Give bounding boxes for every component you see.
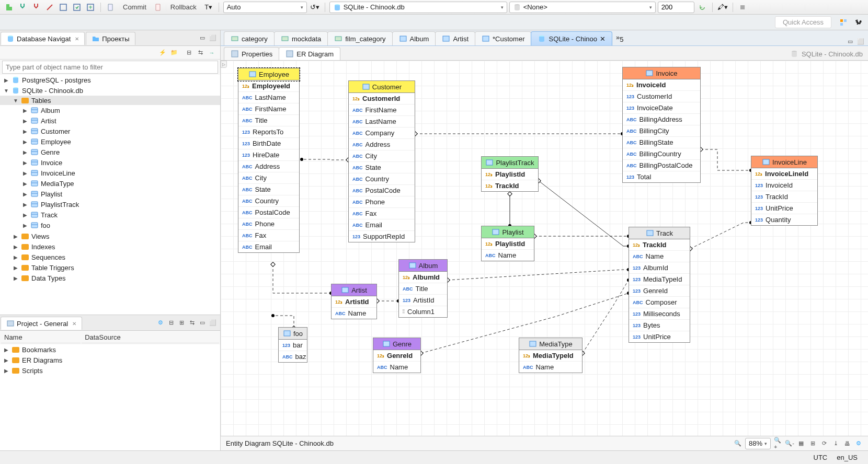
entity-column[interactable]: ABCBillingState [623, 137, 700, 148]
dbeaver-perspective-icon[interactable]: 🐿 [852, 17, 864, 28]
entity-header[interactable]: foo [279, 328, 307, 340]
tree-node[interactable]: ▶Album [0, 106, 220, 115]
tree-node[interactable]: ▶Invoice [0, 158, 220, 167]
entity-column[interactable]: ABCName [629, 251, 690, 262]
entity-header[interactable]: Invoice [623, 67, 700, 79]
entity-column[interactable]: 12₃MediaTypeId [519, 350, 582, 362]
locale-indicator[interactable]: en_US [837, 454, 858, 461]
tree-node[interactable]: ▶foo [0, 221, 220, 230]
entity-artist[interactable]: Artist12₃ArtistIdABCName [331, 284, 377, 319]
collapse-icon[interactable]: ⊟ [185, 49, 193, 57]
refresh-icon[interactable]: ⟳ [820, 439, 828, 448]
tree-node[interactable]: ▶Playlist [0, 189, 220, 199]
entity-column[interactable]: ABCFirstName [349, 105, 415, 116]
entity-invoice[interactable]: Invoice12₃InvoiceId123CustomerId123Invoi… [622, 67, 701, 183]
maximize-icon[interactable]: ⬜ [856, 37, 865, 45]
minimize-icon[interactable]: ▭ [198, 34, 207, 42]
caret-icon[interactable]: ▶ [22, 223, 28, 228]
entity-column[interactable]: ABCPhone [238, 218, 299, 230]
entity-header[interactable]: Customer [349, 81, 415, 93]
column-datasource[interactable]: DataSource [82, 332, 219, 343]
entity-column[interactable]: ABCCity [238, 172, 299, 184]
tab-project[interactable]: Project - General ✕ [1, 317, 82, 330]
entity-column[interactable]: 123Quantity [751, 214, 817, 225]
close-icon[interactable]: ✕ [72, 321, 76, 327]
entity-column[interactable]: 123Bytes [629, 320, 690, 331]
tree-node[interactable]: ▶PlaylistTrack [0, 200, 220, 209]
entity-header[interactable]: Track [629, 227, 690, 239]
tree-node[interactable]: ▶ER Diagrams [0, 355, 220, 365]
entity-column[interactable]: 123AlbumId [629, 262, 690, 274]
caret-icon[interactable]: ▶ [22, 191, 28, 197]
arrow-icon[interactable]: → [208, 49, 216, 57]
caret-icon[interactable]: ▶ [13, 234, 19, 239]
navigator-tree[interactable]: ▶PostgreSQL - postgres▼SQLite - Chinook.… [0, 75, 220, 315]
entity-header[interactable]: Artist [332, 284, 376, 296]
entity-column[interactable]: 123bar [279, 340, 307, 351]
sql-editor-icon[interactable] [58, 2, 69, 13]
maximize-icon[interactable]: ⬜ [209, 319, 217, 327]
entity-column[interactable]: ABCFax [349, 208, 415, 219]
print-icon[interactable]: 🖶 [843, 439, 851, 448]
caret-icon[interactable]: ▶ [3, 368, 9, 374]
editor-tab[interactable]: category [224, 31, 275, 45]
entity-column[interactable]: ABCPhone [349, 196, 415, 208]
entity-foo[interactable]: foo123barABCbaz [278, 327, 307, 363]
entity-column[interactable]: ABCName [373, 362, 420, 373]
link-icon[interactable]: ⇆ [188, 319, 196, 327]
entity-column[interactable]: ABCLastName [238, 92, 299, 103]
entity-column[interactable]: ABCPostalCode [238, 207, 299, 218]
entity-column[interactable]: 123ReportsTo [238, 126, 299, 138]
caret-icon[interactable]: ▼ [13, 98, 19, 103]
row-limit-input[interactable] [658, 2, 694, 13]
entity-column[interactable]: ABCCountry [349, 173, 415, 185]
caret-icon[interactable]: ▶ [3, 347, 9, 353]
entity-column[interactable]: ABCState [238, 184, 299, 195]
entity-header[interactable]: Genre [373, 338, 420, 350]
tree-node[interactable]: ▶Table Triggers [0, 263, 220, 272]
entity-column[interactable]: ABCName [482, 250, 534, 261]
entity-header[interactable]: InvoiceLine [751, 156, 817, 168]
zoom-in-icon[interactable]: 🔍+ [774, 439, 782, 448]
plug-connect-icon[interactable] [17, 2, 28, 13]
commit-label[interactable]: Commit [119, 2, 151, 12]
entity-header[interactable]: Employee [238, 68, 299, 80]
tab-projects[interactable]: Проекты [86, 32, 135, 45]
entity-column[interactable]: ABCCompany [349, 127, 415, 139]
entity-column[interactable]: ABCBillingCity [623, 125, 700, 137]
entity-header[interactable]: Playlist [482, 226, 534, 238]
entity-playlist[interactable]: Playlist12₃PlaylistIdABCName [481, 226, 534, 261]
caret-icon[interactable]: ▶ [22, 181, 28, 187]
entity-column[interactable]: 123ArtistId [399, 295, 447, 306]
tree-node[interactable]: ▶Scripts [0, 366, 220, 375]
entity-album[interactable]: Album12₃AlbumIdABCTitle123ArtistId⦙⦙Colu… [398, 259, 448, 318]
caret-icon[interactable]: ▶ [22, 139, 28, 145]
subtab-properties[interactable]: Properties [224, 47, 279, 60]
commit-icon[interactable] [105, 2, 117, 13]
tree-node[interactable]: ▶Employee [0, 137, 220, 146]
quick-access-button[interactable]: Quick Access [775, 16, 831, 28]
caret-icon[interactable]: ▶ [3, 357, 9, 363]
entity-column[interactable]: ABCName [332, 308, 376, 319]
entity-column[interactable]: 12₃PlaylistId [482, 238, 534, 250]
er-diagram-canvas[interactable]: ▷ Employee12₃EmployeeIdABCLastNameABCFir… [221, 61, 868, 436]
tree-node[interactable]: ▶Data Types [0, 273, 220, 283]
caret-icon[interactable]: ▶ [22, 212, 28, 218]
entity-track[interactable]: Track12₃TrackIdABCName123AlbumId123Media… [629, 227, 690, 343]
entity-column[interactable]: 12₃EmployeeId [238, 80, 299, 92]
entity-column[interactable]: 123InvoiceId [751, 180, 817, 191]
entity-column[interactable]: 123UnitPrice [751, 203, 817, 214]
breadcrumb[interactable]: SQLite - Chinook.db [802, 50, 863, 58]
plug-icon[interactable]: ⚡ [158, 49, 167, 57]
add-icon[interactable]: ⊞ [177, 319, 186, 327]
tree-node[interactable]: ▶Views [0, 231, 220, 241]
entity-column[interactable]: 123InvoiceDate [623, 102, 700, 114]
entity-column[interactable]: 12₃AlbumId [399, 272, 447, 283]
connection-combo[interactable]: SQLite - Chinook.db▾ [329, 2, 507, 13]
editor-tab[interactable]: *Customer [475, 31, 531, 45]
schema-combo[interactable]: <None>▾ [509, 2, 656, 13]
entity-header[interactable]: MediaType [519, 338, 582, 350]
editor-tab[interactable]: SQLite - Chinoo✕ [531, 31, 612, 45]
editor-tab[interactable]: film_category [327, 31, 392, 45]
ruler-corner[interactable]: ▷ [221, 61, 227, 68]
